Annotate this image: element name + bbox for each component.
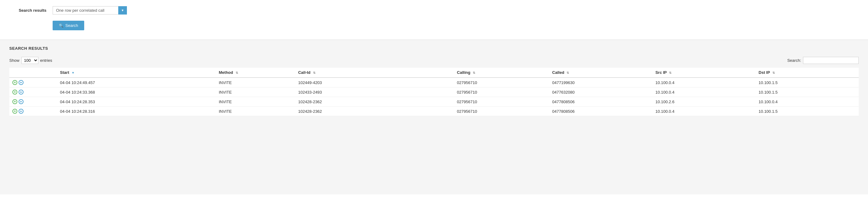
search-icon: 🔍 <box>59 24 63 28</box>
cell-dstip: 10.100.1.5 <box>756 107 859 116</box>
sort-called-icon: ⇅ <box>566 71 569 74</box>
cell-dstip: 10.100.0.4 <box>756 97 859 107</box>
cell-method: INVITE <box>216 87 295 97</box>
row-actions <box>9 87 57 97</box>
col-callid[interactable]: Call-Id ⇅ <box>295 68 454 78</box>
play-call-icon[interactable] <box>19 80 24 85</box>
cell-start: 04-04 10:24:33.368 <box>57 87 216 97</box>
cell-callid: 102433-2493 <box>295 87 454 97</box>
cell-calling: 027956710 <box>454 78 549 87</box>
col-dstip[interactable]: Dst IP ⇅ <box>756 68 859 78</box>
search-results-label: Search results <box>12 8 46 13</box>
col-method[interactable]: Method ⇅ <box>216 68 295 78</box>
sort-callid-icon: ⇅ <box>313 71 315 74</box>
play-call-icon[interactable] <box>19 99 24 104</box>
table-header-row: Start ▼ Method ⇅ Call-Id ⇅ Calling ⇅ Cal… <box>9 68 859 78</box>
row-icon-group <box>12 99 54 104</box>
table-row: 04-04 10:24:33.368INVITE102433-249302795… <box>9 87 859 97</box>
show-label: Show <box>9 58 20 63</box>
add-call-icon[interactable] <box>12 99 17 104</box>
play-call-icon[interactable] <box>19 109 24 114</box>
entries-label: entries <box>40 58 52 63</box>
sort-method-icon: ⇅ <box>236 71 238 74</box>
row-actions <box>9 97 57 107</box>
search-results-row: Search results One row per correlated ca… <box>12 6 856 14</box>
add-call-icon[interactable] <box>12 89 17 95</box>
table-row: 04-04 10:24:28.316INVITE102428-236202795… <box>9 107 859 116</box>
table-search-label: Search: <box>787 58 801 63</box>
sort-dstip-icon: ⇅ <box>772 71 775 74</box>
cell-called: 0477199630 <box>549 78 652 87</box>
col-calling[interactable]: Calling ⇅ <box>454 68 549 78</box>
search-results-dropdown-wrapper: One row per correlated call One row per … <box>53 6 127 14</box>
row-icon-group <box>12 80 54 85</box>
col-start[interactable]: Start ▼ <box>57 68 216 78</box>
cell-srcip: 10.100.0.4 <box>652 107 755 116</box>
entries-per-page-select[interactable]: 100 25 50 <box>21 57 38 64</box>
cell-callid: 102428-2362 <box>295 107 454 116</box>
table-body: 04-04 10:24:49.457INVITE102449-420302795… <box>9 78 859 116</box>
cell-start: 04-04 10:24:28.353 <box>57 97 216 107</box>
cell-called: 0477632080 <box>549 87 652 97</box>
results-table: Start ▼ Method ⇅ Call-Id ⇅ Calling ⇅ Cal… <box>9 68 859 116</box>
search-button-row: 🔍 Search <box>12 21 856 30</box>
search-button-label: Search <box>65 23 78 28</box>
cell-called: 0477808506 <box>549 97 652 107</box>
bottom-section: SEARCH RESULTS Show 100 25 50 entries Se… <box>0 40 868 194</box>
table-search-control: Search: <box>787 57 859 64</box>
table-controls: Show 100 25 50 entries Search: <box>9 57 859 64</box>
row-icon-group <box>12 109 54 114</box>
cell-callid: 102428-2362 <box>295 97 454 107</box>
cell-srcip: 10.100.0.4 <box>652 87 755 97</box>
cell-method: INVITE <box>216 78 295 87</box>
cell-calling: 027956710 <box>454 87 549 97</box>
cell-srcip: 10.100.0.4 <box>652 78 755 87</box>
cell-method: INVITE <box>216 97 295 107</box>
cell-dstip: 10.100.1.5 <box>756 87 859 97</box>
add-call-icon[interactable] <box>12 80 17 85</box>
cell-callid: 102449-4203 <box>295 78 454 87</box>
add-call-icon[interactable] <box>12 109 17 114</box>
cell-dstip: 10.100.1.5 <box>756 78 859 87</box>
show-entries-control: Show 100 25 50 entries <box>9 57 52 64</box>
row-icon-group <box>12 89 54 95</box>
table-row: 04-04 10:24:28.353INVITE102428-236202795… <box>9 97 859 107</box>
sort-start-icon: ▼ <box>71 71 74 74</box>
section-title: SEARCH RESULTS <box>9 46 859 51</box>
cell-calling: 027956710 <box>454 107 549 116</box>
cell-start: 04-04 10:24:49.457 <box>57 78 216 87</box>
search-button[interactable]: 🔍 Search <box>53 21 84 30</box>
row-actions <box>9 107 57 116</box>
cell-called: 0477808506 <box>549 107 652 116</box>
col-srcip[interactable]: Src IP ⇅ <box>652 68 755 78</box>
cell-calling: 027956710 <box>454 97 549 107</box>
sort-srcip-icon: ⇅ <box>669 71 672 74</box>
table-header: Start ▼ Method ⇅ Call-Id ⇅ Calling ⇅ Cal… <box>9 68 859 78</box>
sort-calling-icon: ⇅ <box>473 71 475 74</box>
row-actions <box>9 78 57 87</box>
cell-srcip: 10.100.2.6 <box>652 97 755 107</box>
cell-method: INVITE <box>216 107 295 116</box>
top-section: Search results One row per correlated ca… <box>0 0 868 40</box>
table-row: 04-04 10:24:49.457INVITE102449-420302795… <box>9 78 859 87</box>
play-call-icon[interactable] <box>19 89 24 95</box>
col-called[interactable]: Called ⇅ <box>549 68 652 78</box>
search-results-dropdown[interactable]: One row per correlated call One row per … <box>53 6 127 14</box>
table-search-input[interactable] <box>803 57 859 64</box>
cell-start: 04-04 10:24:28.316 <box>57 107 216 116</box>
col-actions <box>9 68 57 78</box>
